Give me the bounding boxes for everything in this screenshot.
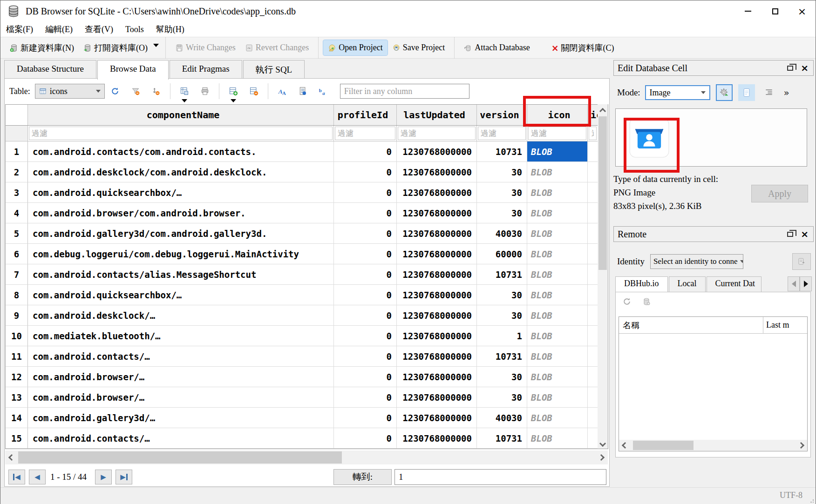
- cell-icon[interactable]: BLOB: [527, 367, 588, 387]
- cell-profileId[interactable]: 0: [334, 408, 397, 428]
- cell-profileId[interactable]: 0: [334, 367, 397, 387]
- cell-lastUpdated[interactable]: 1230768000000: [397, 305, 477, 326]
- cell-partial[interactable]: [588, 367, 598, 387]
- cell-version[interactable]: 30: [477, 182, 527, 203]
- mode-select[interactable]: Image: [645, 85, 710, 100]
- table-select[interactable]: icons: [35, 84, 105, 99]
- cell-version[interactable]: 10731: [477, 428, 527, 449]
- cell-version[interactable]: 10731: [477, 141, 527, 162]
- cell-version[interactable]: 30: [477, 387, 527, 408]
- cell-icon[interactable]: BLOB: [527, 203, 588, 223]
- scroll-right-button[interactable]: [795, 443, 807, 448]
- text-view-button[interactable]: [738, 84, 755, 101]
- open-project-button[interactable]: Open Project: [323, 40, 387, 55]
- refresh-button[interactable]: [107, 84, 123, 99]
- dropdown-icon[interactable]: [182, 99, 187, 102]
- clear-sorting-button[interactable]: [148, 84, 164, 99]
- cell-lastUpdated[interactable]: 1230768000000: [397, 223, 477, 244]
- print-button[interactable]: [197, 84, 213, 99]
- cell-partial[interactable]: [588, 244, 598, 264]
- apply-button[interactable]: Apply: [751, 185, 808, 202]
- cell-profileId[interactable]: 0: [334, 244, 397, 264]
- cell-profileId[interactable]: 0: [334, 346, 397, 367]
- open-database-dropdown-icon[interactable]: [153, 44, 159, 47]
- cell-icon[interactable]: BLOB: [527, 182, 588, 203]
- cell-componentName[interactable]: com.android.deskclock/com.android.deskcl…: [28, 162, 334, 182]
- cell-version[interactable]: 10731: [477, 264, 527, 285]
- cell-icon[interactable]: BLOB: [527, 305, 588, 326]
- cell-componentName[interactable]: com.android.contacts/com.android.contact…: [28, 141, 334, 162]
- cell-profileId[interactable]: 0: [334, 264, 397, 285]
- cell-lastUpdated[interactable]: 1230768000000: [397, 162, 477, 182]
- more-options-icon[interactable]: »: [784, 87, 789, 98]
- attach-database-button[interactable]: Attach Database: [459, 40, 534, 55]
- column-filter-input[interactable]: [528, 127, 586, 140]
- cell-icon[interactable]: BLOB: [527, 387, 588, 408]
- maximize-button[interactable]: [762, 0, 789, 22]
- new-database-button[interactable]: 新建資料庫(N): [5, 40, 79, 56]
- column-filter-input[interactable]: [29, 127, 333, 140]
- cell-partial[interactable]: [588, 182, 598, 203]
- cell-icon[interactable]: BLOB: [527, 346, 588, 367]
- column-filter-input[interactable]: [335, 127, 395, 140]
- scroll-left-button[interactable]: [5, 450, 18, 464]
- cell-icon[interactable]: BLOB: [527, 326, 588, 346]
- cell-version[interactable]: 1: [477, 326, 527, 346]
- cell-lastUpdated[interactable]: 1230768000000: [397, 346, 477, 367]
- cell-profileId[interactable]: 0: [334, 326, 397, 346]
- horizontal-scrollbar[interactable]: [5, 450, 608, 464]
- scroll-up-button[interactable]: [598, 104, 608, 114]
- dropdown-icon[interactable]: [231, 99, 236, 102]
- encoding-label[interactable]: UTF-8: [780, 491, 802, 500]
- remote-horizontal-scrollbar[interactable]: [619, 440, 807, 451]
- cell-lastUpdated[interactable]: 1230768000000: [397, 264, 477, 285]
- tab-scroll-right-button[interactable]: [800, 276, 812, 291]
- cell-partial[interactable]: [588, 326, 598, 346]
- column-header-last-modified[interactable]: Last m: [763, 317, 807, 333]
- tab-current-database[interactable]: Current Dat: [707, 276, 762, 292]
- identity-select[interactable]: Select an identity to conne: [650, 254, 743, 269]
- cell-partial[interactable]: [588, 387, 598, 408]
- float-panel-icon[interactable]: [787, 232, 793, 237]
- cell-icon[interactable]: BLOB: [527, 162, 588, 182]
- cell-componentName[interactable]: com.android.quicksearchbox/…: [28, 285, 334, 305]
- menu-edit[interactable]: 編輯(E): [45, 24, 73, 35]
- cell-profileId[interactable]: 0: [334, 305, 397, 326]
- cell-lastUpdated[interactable]: 1230768000000: [397, 285, 477, 305]
- delete-record-button[interactable]: [246, 84, 262, 99]
- cell-profileId[interactable]: 0: [334, 162, 397, 182]
- condensed-mode-button[interactable]: ba: [315, 84, 331, 99]
- cell-version[interactable]: 10731: [477, 346, 527, 367]
- scroll-right-button[interactable]: [595, 450, 608, 464]
- cell-componentName[interactable]: com.android.deskclock/…: [28, 305, 334, 326]
- cell-partial[interactable]: [588, 223, 598, 244]
- vertical-scroll-thumb[interactable]: [598, 116, 607, 270]
- close-panel-icon[interactable]: ×: [801, 228, 809, 240]
- cell-profileId[interactable]: 0: [334, 203, 397, 223]
- horizontal-scroll-thumb[interactable]: [633, 441, 694, 450]
- cell-profileId[interactable]: 0: [334, 223, 397, 244]
- cell-version[interactable]: 30: [477, 203, 527, 223]
- cell-version[interactable]: 30: [477, 162, 527, 182]
- cell-lastUpdated[interactable]: 1230768000000: [397, 428, 477, 449]
- cell-icon[interactable]: BLOB: [527, 285, 588, 305]
- horizontal-scroll-thumb[interactable]: [18, 451, 342, 464]
- cell-profileId[interactable]: 0: [334, 182, 397, 203]
- cell-partial[interactable]: [588, 285, 598, 305]
- cell-lastUpdated[interactable]: 1230768000000: [397, 326, 477, 346]
- cell-componentName[interactable]: com.android.contacts/…: [28, 346, 334, 367]
- scroll-down-button[interactable]: [598, 438, 608, 449]
- cell-partial[interactable]: [588, 346, 598, 367]
- minimize-button[interactable]: [734, 0, 762, 22]
- cell-componentName[interactable]: com.android.browser/com.android.browser.: [28, 203, 334, 223]
- cell-icon[interactable]: BLOB: [527, 408, 588, 428]
- cell-profileId[interactable]: 0: [334, 285, 397, 305]
- cell-icon[interactable]: BLOB: [527, 428, 588, 449]
- tab-database-structure[interactable]: Database Structure: [4, 60, 96, 79]
- cell-partial[interactable]: [588, 408, 598, 428]
- save-project-button[interactable]: Save Project: [388, 40, 449, 55]
- cell-version[interactable]: 40030: [477, 223, 527, 244]
- close-button[interactable]: ×: [789, 0, 816, 22]
- column-filter-input[interactable]: [589, 127, 597, 140]
- tab-dbhub[interactable]: DBHub.io: [615, 276, 668, 292]
